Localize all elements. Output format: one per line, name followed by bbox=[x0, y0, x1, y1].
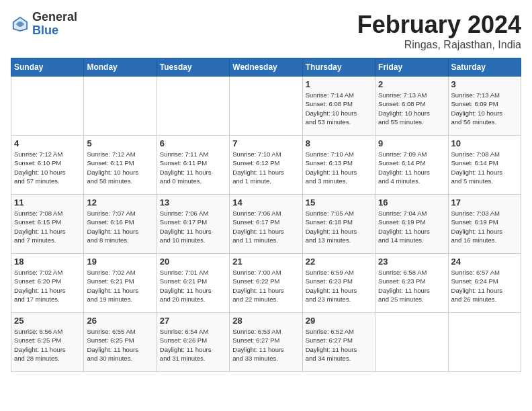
day-number: 24 bbox=[451, 257, 518, 267]
day-cell bbox=[84, 77, 157, 136]
day-cell: 16Sunrise: 7:04 AM Sunset: 6:19 PM Dayli… bbox=[375, 195, 448, 254]
day-number: 12 bbox=[87, 197, 153, 208]
title-area: February 2024 Ringas, Rajasthan, India bbox=[357, 11, 521, 51]
day-cell: 5Sunrise: 7:12 AM Sunset: 6:11 PM Daylig… bbox=[84, 136, 157, 195]
day-info: Sunrise: 7:10 AM Sunset: 6:12 PM Dayligh… bbox=[232, 150, 299, 185]
day-cell: 19Sunrise: 7:02 AM Sunset: 6:21 PM Dayli… bbox=[84, 254, 157, 313]
week-row-0: 1Sunrise: 7:14 AM Sunset: 6:08 PM Daylig… bbox=[11, 77, 521, 136]
day-info: Sunrise: 7:14 AM Sunset: 6:08 PM Dayligh… bbox=[306, 91, 372, 126]
day-cell: 14Sunrise: 7:06 AM Sunset: 6:17 PM Dayli… bbox=[230, 195, 302, 254]
day-number: 18 bbox=[14, 257, 81, 267]
calendar-table: SundayMondayTuesdayWednesdayThursdayFrid… bbox=[11, 58, 521, 372]
day-info: Sunrise: 7:00 AM Sunset: 6:22 PM Dayligh… bbox=[232, 268, 299, 304]
calendar-header: SundayMondayTuesdayWednesdayThursdayFrid… bbox=[11, 58, 521, 77]
week-row-3: 18Sunrise: 7:02 AM Sunset: 6:20 PM Dayli… bbox=[11, 254, 521, 313]
day-info: Sunrise: 7:13 AM Sunset: 6:08 PM Dayligh… bbox=[378, 91, 445, 126]
day-cell: 11Sunrise: 7:08 AM Sunset: 6:15 PM Dayli… bbox=[11, 195, 84, 254]
day-number: 28 bbox=[232, 316, 299, 326]
day-info: Sunrise: 6:55 AM Sunset: 6:25 PM Dayligh… bbox=[87, 327, 153, 363]
day-cell: 1Sunrise: 7:14 AM Sunset: 6:08 PM Daylig… bbox=[302, 77, 375, 136]
week-row-4: 25Sunrise: 6:56 AM Sunset: 6:25 PM Dayli… bbox=[11, 313, 521, 372]
day-cell: 21Sunrise: 7:00 AM Sunset: 6:22 PM Dayli… bbox=[230, 254, 302, 313]
day-info: Sunrise: 7:02 AM Sunset: 6:20 PM Dayligh… bbox=[14, 268, 81, 304]
day-info: Sunrise: 7:06 AM Sunset: 6:17 PM Dayligh… bbox=[160, 209, 226, 244]
day-info: Sunrise: 7:05 AM Sunset: 6:18 PM Dayligh… bbox=[306, 209, 372, 244]
day-number: 8 bbox=[306, 138, 372, 148]
day-info: Sunrise: 7:12 AM Sunset: 6:10 PM Dayligh… bbox=[14, 150, 81, 185]
day-cell: 18Sunrise: 7:02 AM Sunset: 6:20 PM Dayli… bbox=[11, 254, 84, 313]
day-info: Sunrise: 6:59 AM Sunset: 6:23 PM Dayligh… bbox=[306, 268, 372, 304]
day-cell: 15Sunrise: 7:05 AM Sunset: 6:18 PM Dayli… bbox=[302, 195, 375, 254]
day-number: 13 bbox=[160, 197, 226, 208]
day-cell: 8Sunrise: 7:10 AM Sunset: 6:13 PM Daylig… bbox=[302, 136, 375, 195]
day-cell: 6Sunrise: 7:11 AM Sunset: 6:11 PM Daylig… bbox=[157, 136, 229, 195]
day-number: 7 bbox=[232, 138, 299, 148]
day-number: 2 bbox=[378, 79, 445, 89]
day-cell: 10Sunrise: 7:08 AM Sunset: 6:14 PM Dayli… bbox=[448, 136, 521, 195]
day-number: 25 bbox=[14, 316, 81, 326]
day-cell: 12Sunrise: 7:07 AM Sunset: 6:16 PM Dayli… bbox=[84, 195, 157, 254]
day-info: Sunrise: 6:53 AM Sunset: 6:27 PM Dayligh… bbox=[232, 327, 299, 363]
header-row: SundayMondayTuesdayWednesdayThursdayFrid… bbox=[11, 58, 521, 77]
day-cell: 7Sunrise: 7:10 AM Sunset: 6:12 PM Daylig… bbox=[230, 136, 302, 195]
day-number: 19 bbox=[87, 257, 153, 267]
logo-icon bbox=[11, 15, 30, 34]
week-row-2: 11Sunrise: 7:08 AM Sunset: 6:15 PM Dayli… bbox=[11, 195, 521, 254]
day-cell: 28Sunrise: 6:53 AM Sunset: 6:27 PM Dayli… bbox=[230, 313, 302, 372]
day-info: Sunrise: 7:09 AM Sunset: 6:14 PM Dayligh… bbox=[378, 150, 445, 185]
day-cell: 13Sunrise: 7:06 AM Sunset: 6:17 PM Dayli… bbox=[157, 195, 229, 254]
day-number: 15 bbox=[306, 197, 372, 208]
week-row-1: 4Sunrise: 7:12 AM Sunset: 6:10 PM Daylig… bbox=[11, 136, 521, 195]
day-number: 21 bbox=[232, 257, 299, 267]
day-number: 17 bbox=[451, 197, 518, 208]
day-number: 20 bbox=[160, 257, 226, 267]
day-info: Sunrise: 7:06 AM Sunset: 6:17 PM Dayligh… bbox=[232, 209, 299, 244]
day-cell: 22Sunrise: 6:59 AM Sunset: 6:23 PM Dayli… bbox=[302, 254, 375, 313]
header: General Blue February 2024 Ringas, Rajas… bbox=[11, 11, 521, 51]
day-info: Sunrise: 6:54 AM Sunset: 6:26 PM Dayligh… bbox=[160, 327, 226, 363]
day-info: Sunrise: 7:02 AM Sunset: 6:21 PM Dayligh… bbox=[87, 268, 153, 304]
day-header-wednesday: Wednesday bbox=[230, 58, 302, 77]
day-number: 22 bbox=[306, 257, 372, 267]
day-header-monday: Monday bbox=[84, 58, 157, 77]
day-header-tuesday: Tuesday bbox=[157, 58, 229, 77]
day-cell: 2Sunrise: 7:13 AM Sunset: 6:08 PM Daylig… bbox=[375, 77, 448, 136]
day-number: 9 bbox=[378, 138, 445, 148]
day-number: 14 bbox=[232, 197, 299, 208]
day-cell: 9Sunrise: 7:09 AM Sunset: 6:14 PM Daylig… bbox=[375, 136, 448, 195]
day-info: Sunrise: 6:57 AM Sunset: 6:24 PM Dayligh… bbox=[451, 268, 518, 304]
day-info: Sunrise: 7:11 AM Sunset: 6:11 PM Dayligh… bbox=[160, 150, 226, 185]
day-number: 26 bbox=[87, 316, 153, 326]
day-header-sunday: Sunday bbox=[11, 58, 84, 77]
day-number: 5 bbox=[87, 138, 153, 148]
day-cell: 23Sunrise: 6:58 AM Sunset: 6:23 PM Dayli… bbox=[375, 254, 448, 313]
day-info: Sunrise: 7:12 AM Sunset: 6:11 PM Dayligh… bbox=[87, 150, 153, 185]
calendar-body: 1Sunrise: 7:14 AM Sunset: 6:08 PM Daylig… bbox=[11, 77, 521, 372]
day-cell bbox=[157, 77, 229, 136]
day-info: Sunrise: 7:04 AM Sunset: 6:19 PM Dayligh… bbox=[378, 209, 445, 244]
day-number: 1 bbox=[306, 79, 372, 89]
day-header-saturday: Saturday bbox=[448, 58, 521, 77]
subtitle: Ringas, Rajasthan, India bbox=[357, 39, 521, 51]
day-cell: 4Sunrise: 7:12 AM Sunset: 6:10 PM Daylig… bbox=[11, 136, 84, 195]
day-cell bbox=[448, 313, 521, 372]
day-info: Sunrise: 6:58 AM Sunset: 6:23 PM Dayligh… bbox=[378, 268, 445, 304]
day-cell: 20Sunrise: 7:01 AM Sunset: 6:21 PM Dayli… bbox=[157, 254, 229, 313]
day-number: 23 bbox=[378, 257, 445, 267]
day-cell: 26Sunrise: 6:55 AM Sunset: 6:25 PM Dayli… bbox=[84, 313, 157, 372]
day-header-thursday: Thursday bbox=[302, 58, 375, 77]
day-number: 29 bbox=[306, 316, 372, 326]
day-info: Sunrise: 6:52 AM Sunset: 6:27 PM Dayligh… bbox=[306, 327, 372, 363]
day-info: Sunrise: 7:08 AM Sunset: 6:14 PM Dayligh… bbox=[451, 150, 518, 185]
day-number: 16 bbox=[378, 197, 445, 208]
day-info: Sunrise: 7:03 AM Sunset: 6:19 PM Dayligh… bbox=[451, 209, 518, 244]
day-cell: 27Sunrise: 6:54 AM Sunset: 6:26 PM Dayli… bbox=[157, 313, 229, 372]
day-info: Sunrise: 7:07 AM Sunset: 6:16 PM Dayligh… bbox=[87, 209, 153, 244]
day-info: Sunrise: 7:10 AM Sunset: 6:13 PM Dayligh… bbox=[306, 150, 372, 185]
day-info: Sunrise: 6:56 AM Sunset: 6:25 PM Dayligh… bbox=[14, 327, 81, 363]
day-cell bbox=[230, 77, 302, 136]
day-info: Sunrise: 7:08 AM Sunset: 6:15 PM Dayligh… bbox=[14, 209, 81, 244]
day-number: 4 bbox=[14, 138, 81, 148]
day-number: 11 bbox=[14, 197, 81, 208]
day-info: Sunrise: 7:01 AM Sunset: 6:21 PM Dayligh… bbox=[160, 268, 226, 304]
